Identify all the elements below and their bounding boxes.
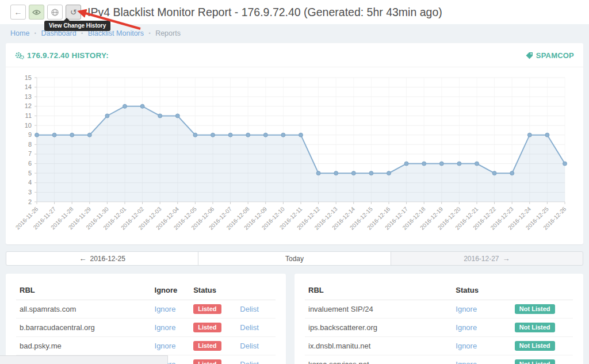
delist-link[interactable]: Delist [240,360,259,364]
listed-rbl-panel: RBL Ignore Status all.spamrats.com Ignor… [6,274,286,364]
svg-text:14: 14 [25,83,32,90]
status-badge: Not Listed [515,341,555,351]
svg-text:15: 15 [25,74,32,81]
table-row: korea.services.net Ignore Not Listed [305,355,573,364]
delist-link[interactable]: Delist [240,323,259,332]
pager-next-day: 2016-12-27 → [391,251,583,266]
spamcop-tag[interactable]: SPAMCOP [526,51,574,60]
eye-icon [32,9,41,16]
breadcrumb-home[interactable]: Home [10,29,29,37]
delist-link[interactable]: Delist [240,305,259,313]
table-row: b.barracudacentral.org Ignore Listed Del… [16,319,276,337]
pager-today[interactable]: Today [198,251,391,266]
spamcop-tag-text: SPAMCOP [536,51,574,60]
rbl-name: ips.backscatterer.org [305,319,452,337]
col-header-empty [511,283,573,300]
globe-icon [51,9,59,16]
status-badge: Not Listed [515,304,555,314]
date-pager: ← 2016-12-25 Today 2016-12-27 → [6,251,583,266]
undo-icon: ↺ [70,7,77,17]
cogs-icon [15,52,24,59]
svg-text:4: 4 [28,179,32,186]
rbl-name: b.barracudacentral.org [16,319,151,337]
svg-text:8: 8 [28,141,32,148]
table-row: ix.dnsbl.manitu.net Ignore Not Listed [305,337,573,355]
status-badge: Listed [193,304,221,314]
rbl-name: bad.psky.me [16,337,151,355]
breadcrumb-current: Reports [155,29,181,37]
view-button[interactable] [29,5,44,20]
svg-text:13: 13 [25,93,32,100]
rbl-name: ix.dnsbl.manitu.net [305,337,452,355]
history-chart-container: 234567891011121314152016-11-262016-11-27… [6,67,583,244]
status-badge: Listed [193,359,221,364]
history-panel-title: 176.9.72.40 HISTORY: [15,51,109,60]
delist-link[interactable]: Delist [240,342,259,350]
svg-text:10: 10 [25,122,32,129]
breadcrumb-separator-icon: • [148,30,150,36]
svg-text:5: 5 [28,170,32,177]
svg-text:12: 12 [25,102,32,109]
pager-today-label: Today [285,255,304,263]
clean-rbl-table: RBL Status invaluement SIP/24 Ignore Not… [305,283,573,364]
clean-rbl-panel: RBL Status invaluement SIP/24 Ignore Not… [294,274,583,364]
history-panel-header: 176.9.72.40 HISTORY: SPAMCOP [6,43,583,67]
page-title: IPv4 Blacklist Monitor Report - 176.9.72… [87,6,442,19]
window-header: ← ↺ IPv4 Blacklist Monitor Report - 176.… [0,0,589,24]
status-badge: Not Listed [515,359,555,364]
rbl-tables: RBL Ignore Status all.spamrats.com Ignor… [6,274,583,364]
col-header-status: Status [452,283,511,300]
table-row: ips.backscatterer.org Ignore Not Listed [305,319,573,337]
rbl-name: all.spamrats.com [16,300,151,319]
ignore-link[interactable]: Ignore [456,305,477,313]
change-history-tooltip: View Change History [44,21,110,31]
listed-rbl-table: RBL Ignore Status all.spamrats.com Ignor… [16,283,276,364]
pager-next-label: 2016-12-27 [464,255,499,263]
col-header-rbl: RBL [305,283,452,300]
ignore-link[interactable]: Ignore [155,305,176,313]
svg-text:6: 6 [28,160,32,167]
ignore-link[interactable]: Ignore [456,323,477,332]
table-row: all.spamrats.com Ignore Listed Delist [16,300,276,319]
arrow-right-icon: → [503,254,510,263]
history-chart[interactable]: 234567891011121314152016-11-262016-11-27… [12,71,577,244]
ignore-link[interactable]: Ignore [456,360,477,364]
col-header-ignore: Ignore [151,283,190,300]
status-badge: Listed [193,341,221,351]
status-badge: Not Listed [515,323,555,332]
svg-text:7: 7 [28,150,32,157]
globe-button[interactable] [47,5,63,20]
pager-prev-label: 2016-12-25 [90,255,125,263]
rbl-name: invaluement SIP/24 [305,300,452,319]
svg-text:11: 11 [25,112,32,119]
col-header-action [236,283,276,300]
history-panel-title-text: 176.9.72.40 HISTORY: [27,51,109,60]
rbl-name: korea.services.net [305,355,452,364]
col-header-rbl: RBL [16,283,151,300]
tag-icon [526,52,533,59]
ignore-link[interactable]: Ignore [155,323,176,332]
table-row: invaluement SIP/24 Ignore Not Listed [305,300,573,319]
svg-text:2: 2 [28,198,32,205]
arrow-left-icon: ← [14,7,22,17]
svg-text:3: 3 [28,189,32,196]
back-button[interactable]: ← [10,5,26,20]
pager-prev-day[interactable]: ← 2016-12-25 [6,251,198,266]
status-bar-overlay [0,355,168,364]
history-panel: 176.9.72.40 HISTORY: SPAMCOP 23456789101… [6,43,583,244]
ignore-link[interactable]: Ignore [456,342,477,350]
arrow-left-icon: ← [79,254,86,263]
breadcrumb-separator-icon: • [35,30,36,36]
ignore-link[interactable]: Ignore [155,342,176,350]
breadcrumb-separator-icon: • [81,30,83,36]
svg-text:9: 9 [28,131,32,138]
col-header-status: Status [190,283,236,300]
status-badge: Listed [193,323,221,332]
table-row: bad.psky.me Ignore Listed Delist [16,337,276,355]
